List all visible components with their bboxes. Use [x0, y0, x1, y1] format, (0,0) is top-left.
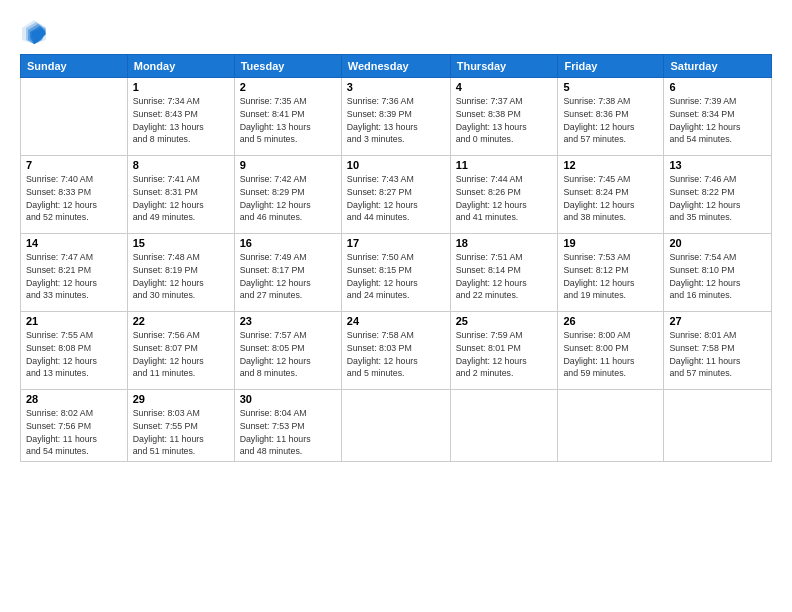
- day-number: 13: [669, 159, 766, 171]
- calendar-cell: 30Sunrise: 8:04 AMSunset: 7:53 PMDayligh…: [234, 390, 341, 462]
- calendar-cell: [341, 390, 450, 462]
- day-info: Sunrise: 7:59 AMSunset: 8:01 PMDaylight:…: [456, 329, 553, 380]
- calendar-cell: 18Sunrise: 7:51 AMSunset: 8:14 PMDayligh…: [450, 234, 558, 312]
- day-info: Sunrise: 7:34 AMSunset: 8:43 PMDaylight:…: [133, 95, 229, 146]
- calendar-cell: 19Sunrise: 7:53 AMSunset: 8:12 PMDayligh…: [558, 234, 664, 312]
- day-number: 2: [240, 81, 336, 93]
- day-number: 12: [563, 159, 658, 171]
- day-number: 15: [133, 237, 229, 249]
- day-info: Sunrise: 7:46 AMSunset: 8:22 PMDaylight:…: [669, 173, 766, 224]
- day-info: Sunrise: 7:53 AMSunset: 8:12 PMDaylight:…: [563, 251, 658, 302]
- day-number: 3: [347, 81, 445, 93]
- day-number: 9: [240, 159, 336, 171]
- day-number: 26: [563, 315, 658, 327]
- day-info: Sunrise: 7:37 AMSunset: 8:38 PMDaylight:…: [456, 95, 553, 146]
- calendar-cell: 12Sunrise: 7:45 AMSunset: 8:24 PMDayligh…: [558, 156, 664, 234]
- day-info: Sunrise: 7:47 AMSunset: 8:21 PMDaylight:…: [26, 251, 122, 302]
- day-number: 6: [669, 81, 766, 93]
- day-number: 18: [456, 237, 553, 249]
- day-number: 8: [133, 159, 229, 171]
- day-info: Sunrise: 7:54 AMSunset: 8:10 PMDaylight:…: [669, 251, 766, 302]
- day-info: Sunrise: 7:48 AMSunset: 8:19 PMDaylight:…: [133, 251, 229, 302]
- day-number: 17: [347, 237, 445, 249]
- day-header-sunday: Sunday: [21, 55, 128, 78]
- logo: [20, 18, 52, 46]
- calendar-cell: 5Sunrise: 7:38 AMSunset: 8:36 PMDaylight…: [558, 78, 664, 156]
- day-number: 27: [669, 315, 766, 327]
- calendar-header-row: SundayMondayTuesdayWednesdayThursdayFrid…: [21, 55, 772, 78]
- calendar-table: SundayMondayTuesdayWednesdayThursdayFrid…: [20, 54, 772, 462]
- calendar-cell: 14Sunrise: 7:47 AMSunset: 8:21 PMDayligh…: [21, 234, 128, 312]
- calendar-cell: 20Sunrise: 7:54 AMSunset: 8:10 PMDayligh…: [664, 234, 772, 312]
- calendar-cell: [664, 390, 772, 462]
- day-info: Sunrise: 7:55 AMSunset: 8:08 PMDaylight:…: [26, 329, 122, 380]
- day-info: Sunrise: 7:40 AMSunset: 8:33 PMDaylight:…: [26, 173, 122, 224]
- calendar-cell: 23Sunrise: 7:57 AMSunset: 8:05 PMDayligh…: [234, 312, 341, 390]
- day-number: 16: [240, 237, 336, 249]
- day-info: Sunrise: 8:00 AMSunset: 8:00 PMDaylight:…: [563, 329, 658, 380]
- day-header-thursday: Thursday: [450, 55, 558, 78]
- calendar-cell: 8Sunrise: 7:41 AMSunset: 8:31 PMDaylight…: [127, 156, 234, 234]
- day-number: 30: [240, 393, 336, 405]
- day-header-saturday: Saturday: [664, 55, 772, 78]
- day-info: Sunrise: 7:56 AMSunset: 8:07 PMDaylight:…: [133, 329, 229, 380]
- day-info: Sunrise: 7:45 AMSunset: 8:24 PMDaylight:…: [563, 173, 658, 224]
- calendar-cell: 26Sunrise: 8:00 AMSunset: 8:00 PMDayligh…: [558, 312, 664, 390]
- day-number: 11: [456, 159, 553, 171]
- calendar-cell: 6Sunrise: 7:39 AMSunset: 8:34 PMDaylight…: [664, 78, 772, 156]
- calendar-cell: 24Sunrise: 7:58 AMSunset: 8:03 PMDayligh…: [341, 312, 450, 390]
- day-info: Sunrise: 7:39 AMSunset: 8:34 PMDaylight:…: [669, 95, 766, 146]
- calendar-cell: 27Sunrise: 8:01 AMSunset: 7:58 PMDayligh…: [664, 312, 772, 390]
- day-number: 10: [347, 159, 445, 171]
- day-info: Sunrise: 7:51 AMSunset: 8:14 PMDaylight:…: [456, 251, 553, 302]
- day-info: Sunrise: 7:58 AMSunset: 8:03 PMDaylight:…: [347, 329, 445, 380]
- calendar-cell: 10Sunrise: 7:43 AMSunset: 8:27 PMDayligh…: [341, 156, 450, 234]
- day-number: 14: [26, 237, 122, 249]
- day-info: Sunrise: 7:42 AMSunset: 8:29 PMDaylight:…: [240, 173, 336, 224]
- day-number: 22: [133, 315, 229, 327]
- calendar-cell: 15Sunrise: 7:48 AMSunset: 8:19 PMDayligh…: [127, 234, 234, 312]
- calendar-cell: 21Sunrise: 7:55 AMSunset: 8:08 PMDayligh…: [21, 312, 128, 390]
- day-number: 23: [240, 315, 336, 327]
- day-info: Sunrise: 8:04 AMSunset: 7:53 PMDaylight:…: [240, 407, 336, 458]
- calendar-cell: 9Sunrise: 7:42 AMSunset: 8:29 PMDaylight…: [234, 156, 341, 234]
- day-info: Sunrise: 7:49 AMSunset: 8:17 PMDaylight:…: [240, 251, 336, 302]
- day-number: 25: [456, 315, 553, 327]
- day-number: 28: [26, 393, 122, 405]
- calendar-cell: 3Sunrise: 7:36 AMSunset: 8:39 PMDaylight…: [341, 78, 450, 156]
- day-header-tuesday: Tuesday: [234, 55, 341, 78]
- day-number: 19: [563, 237, 658, 249]
- page-header: [20, 18, 772, 46]
- calendar-cell: 16Sunrise: 7:49 AMSunset: 8:17 PMDayligh…: [234, 234, 341, 312]
- calendar-cell: 29Sunrise: 8:03 AMSunset: 7:55 PMDayligh…: [127, 390, 234, 462]
- day-number: 5: [563, 81, 658, 93]
- day-info: Sunrise: 7:35 AMSunset: 8:41 PMDaylight:…: [240, 95, 336, 146]
- day-info: Sunrise: 7:36 AMSunset: 8:39 PMDaylight:…: [347, 95, 445, 146]
- calendar-cell: 2Sunrise: 7:35 AMSunset: 8:41 PMDaylight…: [234, 78, 341, 156]
- day-info: Sunrise: 7:41 AMSunset: 8:31 PMDaylight:…: [133, 173, 229, 224]
- calendar-cell: [21, 78, 128, 156]
- calendar-cell: 7Sunrise: 7:40 AMSunset: 8:33 PMDaylight…: [21, 156, 128, 234]
- day-header-wednesday: Wednesday: [341, 55, 450, 78]
- day-header-friday: Friday: [558, 55, 664, 78]
- day-number: 20: [669, 237, 766, 249]
- day-header-monday: Monday: [127, 55, 234, 78]
- calendar-cell: 11Sunrise: 7:44 AMSunset: 8:26 PMDayligh…: [450, 156, 558, 234]
- day-info: Sunrise: 8:02 AMSunset: 7:56 PMDaylight:…: [26, 407, 122, 458]
- calendar-cell: 13Sunrise: 7:46 AMSunset: 8:22 PMDayligh…: [664, 156, 772, 234]
- calendar-cell: 17Sunrise: 7:50 AMSunset: 8:15 PMDayligh…: [341, 234, 450, 312]
- day-number: 1: [133, 81, 229, 93]
- day-info: Sunrise: 7:50 AMSunset: 8:15 PMDaylight:…: [347, 251, 445, 302]
- day-number: 21: [26, 315, 122, 327]
- calendar-cell: 1Sunrise: 7:34 AMSunset: 8:43 PMDaylight…: [127, 78, 234, 156]
- calendar-cell: [450, 390, 558, 462]
- day-info: Sunrise: 7:43 AMSunset: 8:27 PMDaylight:…: [347, 173, 445, 224]
- calendar-cell: 28Sunrise: 8:02 AMSunset: 7:56 PMDayligh…: [21, 390, 128, 462]
- day-number: 7: [26, 159, 122, 171]
- calendar-cell: 4Sunrise: 7:37 AMSunset: 8:38 PMDaylight…: [450, 78, 558, 156]
- day-info: Sunrise: 8:03 AMSunset: 7:55 PMDaylight:…: [133, 407, 229, 458]
- day-info: Sunrise: 8:01 AMSunset: 7:58 PMDaylight:…: [669, 329, 766, 380]
- day-number: 4: [456, 81, 553, 93]
- calendar-cell: [558, 390, 664, 462]
- logo-icon: [20, 18, 48, 46]
